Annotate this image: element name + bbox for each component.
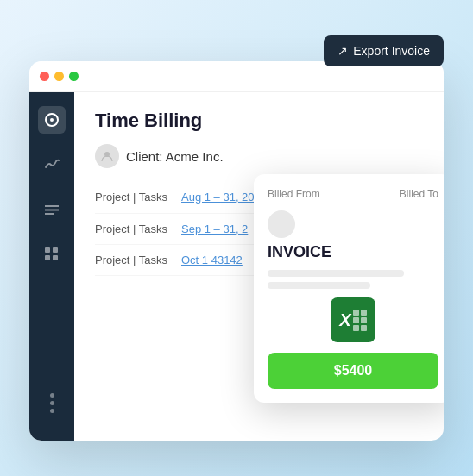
excel-x-letter: X (339, 310, 350, 330)
page-title: Time Billing (95, 110, 423, 132)
invoice-avatar (268, 210, 295, 238)
date-range-3[interactable]: Oct 1 43142 (181, 254, 243, 266)
main-content: Time Billing Client: Acme Inc. Project |… (74, 92, 444, 441)
total-button[interactable]: $5400 (268, 353, 438, 389)
svg-rect-8 (53, 255, 58, 260)
client-row: Client: Acme Inc. (95, 144, 423, 168)
invoice-title: INVOICE (268, 243, 438, 261)
excel-grid (353, 310, 367, 331)
billed-from-label: Billed From (268, 188, 320, 200)
sidebar-item-chart[interactable] (38, 151, 66, 178)
export-button-label: Export Invoice (353, 44, 430, 58)
invoice-popup: Billed From Billed To INVOICE X (254, 174, 444, 403)
app-window: Time Billing Client: Acme Inc. Project |… (29, 61, 444, 441)
sidebar-item-home[interactable] (38, 106, 66, 134)
sidebar-item-grid[interactable] (38, 241, 66, 268)
maximize-dot[interactable] (69, 72, 79, 81)
close-dot[interactable] (40, 72, 49, 81)
export-icon: ↗ (337, 44, 348, 58)
date-range-2[interactable]: Sep 1 – 31, 2 (181, 222, 248, 235)
sidebar (29, 92, 74, 441)
excel-export-icon[interactable]: X (331, 298, 375, 342)
svg-rect-6 (53, 247, 58, 253)
project-label-3: Project | Tasks (95, 254, 173, 266)
sidebar-dots (50, 393, 54, 427)
svg-rect-5 (45, 247, 50, 253)
project-label-1: Project | Tasks (95, 191, 173, 204)
billed-to-label: Billed To (400, 188, 438, 200)
svg-point-1 (50, 118, 54, 122)
svg-rect-7 (45, 255, 50, 260)
invoice-line-1 (268, 270, 404, 277)
client-name: Client: Acme Inc. (126, 149, 224, 164)
project-label-2: Project | Tasks (95, 222, 173, 235)
client-avatar (95, 144, 119, 168)
minimize-dot[interactable] (54, 72, 64, 81)
sidebar-item-list[interactable] (38, 196, 66, 223)
invoice-line-2 (268, 282, 370, 289)
export-invoice-button[interactable]: ↗ Export Invoice (324, 35, 444, 66)
invoice-popup-header: Billed From Billed To (268, 188, 438, 200)
